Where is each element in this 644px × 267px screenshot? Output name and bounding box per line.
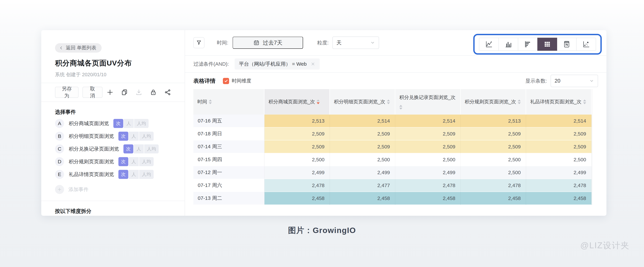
value-cell: 2,509: [264, 140, 330, 153]
value-cell: 2,509: [526, 140, 592, 153]
column-header[interactable]: 积分商城页面浏览_次: [264, 89, 330, 115]
value-cell: 2,500: [330, 153, 395, 166]
value-cell: 2,509: [526, 127, 592, 140]
value-cell: 2,458: [264, 192, 330, 205]
close-icon[interactable]: [310, 62, 315, 66]
creation-info: 系统 创建于 2020/01/10: [55, 71, 171, 78]
column-header-label: 积分明细页页面浏览_次: [334, 98, 385, 105]
filter-condition-tag: 平台（网站/手机应用） = Web: [234, 58, 320, 69]
sort-icon: [399, 105, 402, 110]
value-cell: 2,509: [461, 127, 526, 140]
table-row: 07-17 周六2,4782,4772,4782,4782,478: [193, 179, 592, 192]
chart-type-scatter-button[interactable]: [576, 38, 596, 51]
value-cell: 2,509: [461, 140, 526, 153]
metric-toggle: 次人人均: [124, 144, 159, 153]
column-header-label: 积分规则页页面浏览_次: [465, 98, 516, 105]
time-label: 时间:: [217, 39, 228, 46]
sort-icon: [518, 99, 521, 104]
back-button[interactable]: 返回 单图列表: [55, 43, 102, 53]
date-cell: 07-13 周二: [193, 192, 264, 205]
rows-count-select[interactable]: 20: [550, 75, 598, 87]
event-row: B积分明细页页面浏览次人人均: [55, 131, 171, 141]
filter-button[interactable]: [193, 37, 204, 48]
table-row: 07-16 周五2,5132,5142,5142,5132,514: [193, 115, 592, 127]
chart-type-toolbar: [479, 38, 596, 51]
metric-option-人均[interactable]: 人均: [144, 144, 159, 153]
plus-icon: [57, 187, 62, 192]
event-name: 积分明细页页面浏览: [69, 133, 114, 140]
metric-toggle: 次人人均: [113, 119, 148, 128]
chart-type-bar-button[interactable]: [518, 38, 538, 51]
metric-option-人均[interactable]: 人均: [139, 132, 154, 141]
column-header-label: 积分兑换记录页面浏览_次: [399, 94, 456, 101]
metric-option-次[interactable]: 次: [118, 170, 128, 179]
value-cell: 2,458: [526, 192, 592, 205]
sort-icon: [583, 99, 586, 104]
column-header[interactable]: 积分规则页页面浏览_次: [461, 89, 526, 115]
metric-option-人均[interactable]: 人均: [139, 170, 154, 179]
chevron-left-icon: [59, 46, 64, 50]
metric-option-次[interactable]: 次: [118, 132, 128, 141]
column-header[interactable]: 积分兑换记录页面浏览_次: [395, 89, 461, 115]
sidebar: 返回 单图列表 积分商城各页面UV分布 系统 创建于 2020/01/10 另存…: [41, 30, 185, 216]
value-cell: 2,509: [395, 127, 461, 140]
value-cell: 2,509: [330, 127, 395, 140]
metric-option-人[interactable]: 人: [124, 119, 134, 128]
chart-type-line-button[interactable]: [479, 38, 499, 51]
column-header-label: 时间: [198, 98, 207, 105]
data-table: 时间积分商城页面浏览_次积分明细页页面浏览_次积分兑换记录页面浏览_次积分规则页…: [193, 89, 592, 205]
scatter-chart-icon: [582, 40, 590, 48]
value-cell: 2,458: [330, 192, 395, 205]
share-icon[interactable]: [164, 89, 171, 96]
action-row: 另存为 取消: [55, 83, 171, 101]
event-name: 积分兑换记录页面浏览: [69, 146, 119, 152]
add-event-button[interactable]: 添加事件: [55, 185, 171, 194]
metric-option-人[interactable]: 人: [134, 144, 144, 153]
table-body: 07-16 周五2,5132,5142,5142,5132,51407-18 周…: [193, 115, 592, 205]
date-cell: 07-17 周六: [193, 179, 264, 192]
plus-icon[interactable]: [106, 89, 114, 96]
value-cell: 2,478: [264, 179, 330, 192]
main-panel: 时间: 过去7天 粒度: 天 过滤条件(AND): 平台（网站/手机应用） = …: [185, 30, 606, 216]
granularity-select[interactable]: 天: [332, 36, 379, 49]
metric-option-人[interactable]: 人: [129, 157, 139, 166]
metric-option-次[interactable]: 次: [118, 157, 128, 166]
value-cell: 2,514: [330, 115, 395, 127]
copy-icon[interactable]: [121, 89, 128, 96]
value-cell: 2,499: [264, 166, 330, 179]
cancel-button[interactable]: 取消: [82, 87, 102, 98]
column-header[interactable]: 时间: [193, 89, 264, 115]
metric-option-次[interactable]: 次: [124, 144, 133, 153]
value-cell: 2,500: [264, 153, 330, 166]
chart-type-number-button[interactable]: [557, 38, 576, 51]
value-cell: 2,499: [526, 166, 592, 179]
metric-option-人[interactable]: 人: [129, 170, 139, 179]
value-cell: 2,499: [395, 166, 461, 179]
metric-option-次[interactable]: 次: [113, 119, 123, 128]
chart-type-column-button[interactable]: [498, 38, 518, 51]
number-card-icon: [563, 40, 570, 48]
table-icon: [544, 40, 551, 48]
value-cell: 2,500: [526, 153, 592, 166]
rows-count-label: 显示条数:: [526, 78, 547, 84]
date-cell: 07-15 周四: [193, 153, 264, 166]
filter-condition-text: 平台（网站/手机应用） = Web: [239, 61, 307, 67]
events-list: A积分商城页面浏览次人人均B积分明细页页面浏览次人人均C积分兑换记录页面浏览次人…: [55, 119, 171, 179]
metric-option-人[interactable]: 人: [129, 132, 139, 141]
metric-option-人均[interactable]: 人均: [139, 157, 154, 166]
table-row: 07-14 周三2,5092,5092,5092,5092,509: [193, 140, 592, 153]
date-range-button[interactable]: 过去7天: [232, 37, 303, 49]
save-as-button[interactable]: 另存为: [55, 87, 78, 98]
table-detail-title: 表格详情: [193, 77, 216, 85]
lock-icon[interactable]: [150, 89, 157, 96]
rows-count-value: 20: [554, 78, 560, 84]
time-dimension-checkbox[interactable]: [223, 78, 229, 84]
chart-type-table-button[interactable]: [537, 38, 557, 51]
column-header[interactable]: 礼品详情页页面浏览_次: [526, 89, 592, 115]
metric-option-人均[interactable]: 人均: [134, 119, 148, 128]
value-cell: 2,500: [395, 153, 461, 166]
table-row: 07-13 周二2,4582,4582,4582,4582,458: [193, 192, 592, 205]
download-icon[interactable]: [135, 89, 142, 96]
event-row: E礼品详情页页面浏览次人人均: [55, 170, 171, 179]
column-header[interactable]: 积分明细页页面浏览_次: [330, 89, 395, 115]
